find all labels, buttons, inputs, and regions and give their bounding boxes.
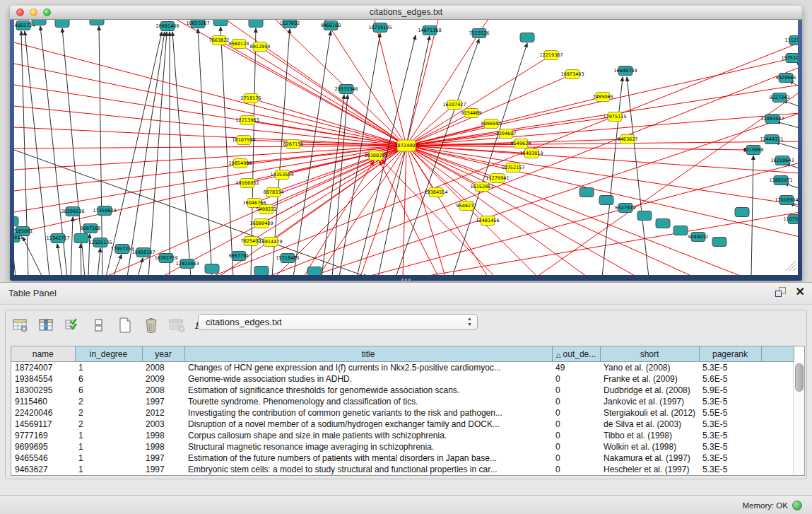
table-cell[interactable]: Stergiakouli et al. (2012) [600, 407, 699, 419]
table-cell[interactable]: Genome-wide association studies in ADHD. [184, 373, 552, 385]
graph-node[interactable]: 11279941 [486, 174, 509, 183]
table-cell[interactable]: 2009 [142, 373, 184, 385]
table-cell[interactable]: Wolkin et al. (1998) [600, 441, 699, 452]
table-cell[interactable]: Investigating the contribution of common… [184, 407, 552, 419]
table-cell[interactable] [761, 430, 794, 441]
graph-edge[interactable] [751, 156, 753, 275]
graph-node[interactable]: 3915911 [14, 233, 23, 243]
table-cell[interactable]: Yano et al. (2008) [600, 362, 699, 374]
graph-edge[interactable] [260, 47, 406, 146]
graph-node[interactable]: 12923443 [175, 259, 199, 269]
graph-node[interactable]: 20533346 [334, 85, 358, 94]
graph-edge[interactable] [406, 146, 693, 275]
table-cell[interactable]: 9699695 [11, 441, 75, 452]
graph-node[interactable] [14, 217, 18, 226]
graph-node[interactable]: 8878334 [264, 188, 284, 197]
graph-edge[interactable] [14, 106, 406, 146]
table-cell[interactable]: Embryonic stem cells: a model to study s… [184, 464, 552, 475]
table-cell[interactable]: 6 [75, 373, 142, 385]
table-row[interactable]: 1830029562008Estimation of significance … [11, 385, 794, 396]
column-header-out_de...[interactable]: △out_de... [552, 346, 600, 362]
row-height-icon[interactable] [90, 316, 108, 334]
graph-edge[interactable] [71, 217, 73, 275]
table-cell[interactable] [761, 464, 794, 475]
table-cell[interactable]: 1 [75, 452, 142, 464]
table-vertical-scrollbar[interactable] [793, 362, 804, 475]
network-graph-canvas[interactable]: 1405572420691406106532671527602946616010… [14, 20, 798, 275]
graph-node[interactable] [90, 20, 104, 25]
graph-node[interactable]: 20691406 [155, 22, 179, 31]
graph-node[interactable]: 16782759 [154, 254, 177, 263]
graph-node[interactable]: 10719195 [368, 23, 392, 33]
table-cell[interactable]: 5.3E-5 [699, 430, 761, 441]
graph-node[interactable]: 9857791 [229, 252, 249, 261]
table-cell[interactable]: Changes of HCN gene expression and I(f) … [184, 362, 552, 374]
graph-node[interactable]: 8096957 [481, 119, 502, 129]
graph-node[interactable]: 15751074 [781, 54, 798, 63]
table-cell[interactable]: 19384554 [11, 373, 75, 385]
table-row[interactable]: 2242004622012Investigating the contribut… [11, 407, 794, 419]
table-cell[interactable]: 1 [75, 464, 142, 475]
table-cell[interactable]: Estimation of the future numbers of pati… [184, 452, 552, 464]
graph-node[interactable]: 9097588 [81, 224, 101, 233]
graph-node[interactable]: 9245012 [688, 233, 709, 242]
graph-edge[interactable] [220, 27, 233, 275]
graph-node[interactable]: 16648784 [613, 66, 637, 76]
graph-edge[interactable] [406, 146, 587, 275]
graph-node[interactable] [249, 20, 263, 28]
table-cell[interactable]: 2008 [142, 362, 184, 374]
graph-node[interactable]: 12219367 [539, 51, 563, 60]
table-cell[interactable]: 18724007 [11, 362, 75, 374]
graph-edge[interactable] [113, 255, 122, 275]
table-cell[interactable]: 6 [75, 385, 142, 396]
graph-edge[interactable] [379, 161, 438, 275]
graph-node[interactable]: 9329965 [776, 74, 796, 83]
table-cell[interactable] [761, 396, 794, 407]
table-cell[interactable]: Disruption of a novel member of a sodium… [184, 419, 552, 430]
column-header-pagerank[interactable]: pagerank [699, 346, 761, 362]
window-titlebar[interactable]: citations_edges.txt [10, 6, 802, 20]
graph-edge[interactable] [127, 32, 165, 275]
graph-edge[interactable] [396, 39, 479, 275]
graph-node[interactable]: 9154469 [461, 109, 482, 118]
table-row[interactable]: 1938455462009Genome-wide association stu… [11, 373, 794, 385]
graph-node[interactable] [254, 267, 269, 276]
table-cell[interactable] [761, 407, 794, 419]
graph-node[interactable] [599, 196, 613, 205]
graph-edge[interactable] [23, 237, 42, 275]
table-cell[interactable]: 5.5E-5 [699, 407, 761, 419]
graph-node[interactable]: 17957253 [110, 245, 134, 254]
graph-edge[interactable] [406, 20, 488, 146]
graph-node[interactable]: 16152851 [470, 182, 493, 192]
graph-edge[interactable] [293, 31, 331, 275]
table-cell[interactable]: Corpus callosum shape and size in male p… [184, 430, 552, 441]
close-panel-icon[interactable]: ✕ [796, 286, 805, 298]
graph-edge[interactable] [406, 146, 742, 275]
graph-edge[interactable] [239, 44, 406, 146]
graph-node[interactable]: 7515526 [469, 29, 490, 38]
graph-node[interactable]: 8267150 [283, 140, 304, 149]
graph-edge[interactable] [406, 74, 572, 146]
table-source-dropdown[interactable]: citations_edges.txt ▲▼ [198, 314, 478, 330]
table-cell[interactable]: 2012 [142, 407, 184, 419]
new-table-icon[interactable] [116, 316, 134, 334]
graph-edge[interactable] [81, 244, 81, 275]
table-cell[interactable]: 0 [552, 407, 600, 419]
table-cell[interactable] [761, 373, 794, 385]
graph-node[interactable]: 18107554 [232, 136, 255, 145]
graph-node[interactable]: 12213983 [235, 116, 259, 125]
graph-node[interactable]: 8912954 [250, 42, 271, 52]
graph-edge[interactable] [138, 258, 143, 275]
table-cell[interactable]: 1998 [142, 441, 184, 452]
float-panel-icon[interactable] [775, 286, 786, 298]
graph-node[interactable]: 12342757 [46, 234, 69, 243]
table-cell[interactable]: de Silva et al. (2003) [600, 419, 699, 430]
node-table-grid[interactable]: namein_degreeyeartitle△out_de...shortpag… [11, 346, 805, 476]
graph-node[interactable] [656, 219, 670, 228]
table-cell[interactable]: Tourette syndrome. Phenomenology and cla… [184, 396, 552, 407]
graph-node[interactable]: 9560123 [229, 40, 249, 49]
graph-edge[interactable] [271, 146, 406, 242]
graph-node[interactable]: 16099489 [249, 219, 273, 228]
table-cell[interactable]: 0 [552, 385, 600, 396]
table-row[interactable]: 911546021997Tourette syndrome. Phenomeno… [11, 396, 794, 407]
